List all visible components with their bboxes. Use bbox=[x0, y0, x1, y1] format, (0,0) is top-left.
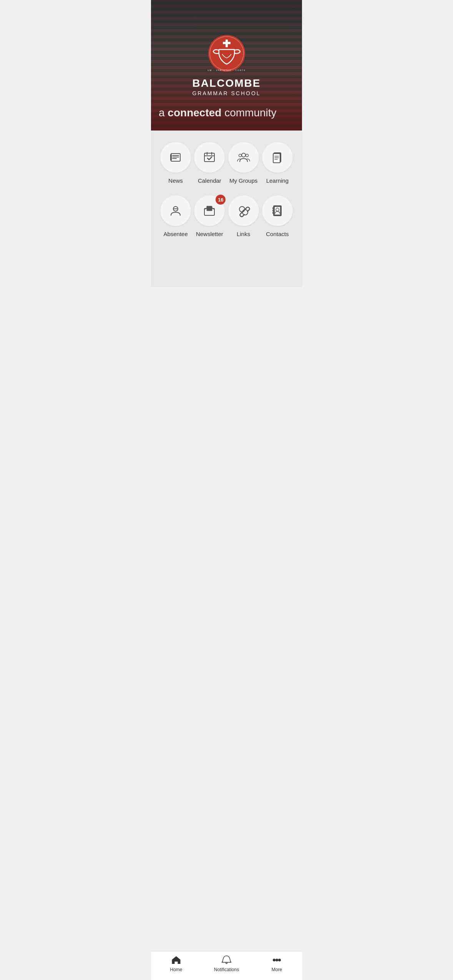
calendar-icon bbox=[202, 150, 216, 164]
svg-point-15 bbox=[239, 154, 241, 157]
svg-rect-33 bbox=[273, 210, 274, 211]
hero-tagline: a connected community bbox=[151, 107, 302, 119]
grid-item-absentee[interactable]: Absentee bbox=[160, 195, 191, 237]
newsletter-icon-circle: 16 bbox=[194, 195, 225, 226]
my-groups-icon-circle bbox=[228, 142, 259, 173]
news-icon bbox=[169, 150, 183, 164]
my-groups-icon bbox=[237, 150, 251, 164]
grid-item-learning[interactable]: Learning bbox=[262, 142, 293, 184]
news-label: News bbox=[168, 177, 183, 184]
hero-section: VISIUM · VARIETAS · CONTENDO BALCOMBE GR… bbox=[151, 0, 302, 131]
learning-icon-circle bbox=[262, 142, 293, 173]
svg-rect-34 bbox=[273, 212, 274, 213]
newsletter-badge: 16 bbox=[216, 195, 226, 205]
svg-point-27 bbox=[239, 207, 245, 212]
svg-text:VISIUM · VARIETAS · CONTENDO: VISIUM · VARIETAS · CONTENDO bbox=[207, 69, 246, 71]
svg-rect-18 bbox=[273, 154, 280, 163]
grid-item-newsletter[interactable]: 16 Newsletter bbox=[194, 195, 225, 237]
grid-item-calendar[interactable]: Calendar bbox=[194, 142, 225, 184]
svg-point-14 bbox=[242, 153, 246, 157]
newsletter-icon bbox=[202, 204, 216, 218]
svg-rect-3 bbox=[223, 42, 231, 44]
grid-row-2: Absentee 16 Newsletter bbox=[159, 195, 294, 237]
contacts-label: Contacts bbox=[266, 231, 289, 237]
school-name: BALCOMBE GRAMMAR SCHOOL bbox=[192, 77, 261, 96]
calendar-label: Calendar bbox=[198, 177, 221, 184]
links-icon bbox=[237, 204, 251, 218]
learning-label: Learning bbox=[266, 177, 289, 184]
grid-row-1: News Calendar bbox=[159, 142, 294, 184]
svg-rect-10 bbox=[204, 153, 214, 162]
svg-rect-25 bbox=[207, 206, 212, 211]
contacts-icon-circle bbox=[262, 195, 293, 226]
svg-rect-32 bbox=[273, 208, 274, 209]
grid-item-news[interactable]: News bbox=[160, 142, 191, 184]
svg-rect-9 bbox=[170, 154, 172, 160]
learning-icon bbox=[270, 150, 284, 164]
links-icon-circle bbox=[228, 195, 259, 226]
svg-point-28 bbox=[242, 210, 248, 215]
grid-item-links[interactable]: Links bbox=[228, 195, 259, 237]
school-name-sub: GRAMMAR SCHOOL bbox=[192, 90, 261, 96]
links-label: Links bbox=[237, 231, 250, 237]
newsletter-label: Newsletter bbox=[196, 231, 223, 237]
grid-item-my-groups[interactable]: My Groups bbox=[228, 142, 259, 184]
my-groups-label: My Groups bbox=[229, 177, 257, 184]
grid-item-contacts[interactable]: Contacts bbox=[262, 195, 293, 237]
main-grid: News Calendar bbox=[151, 131, 302, 287]
svg-point-16 bbox=[246, 154, 248, 157]
news-icon-circle bbox=[160, 142, 191, 173]
absentee-icon bbox=[169, 204, 183, 218]
absentee-icon-circle bbox=[160, 195, 191, 226]
school-name-main: BALCOMBE bbox=[192, 77, 261, 89]
calendar-icon-circle bbox=[194, 142, 225, 173]
school-logo: VISIUM · VARIETAS · CONTENDO bbox=[207, 34, 246, 73]
contacts-icon bbox=[270, 204, 284, 218]
absentee-label: Absentee bbox=[163, 231, 188, 237]
